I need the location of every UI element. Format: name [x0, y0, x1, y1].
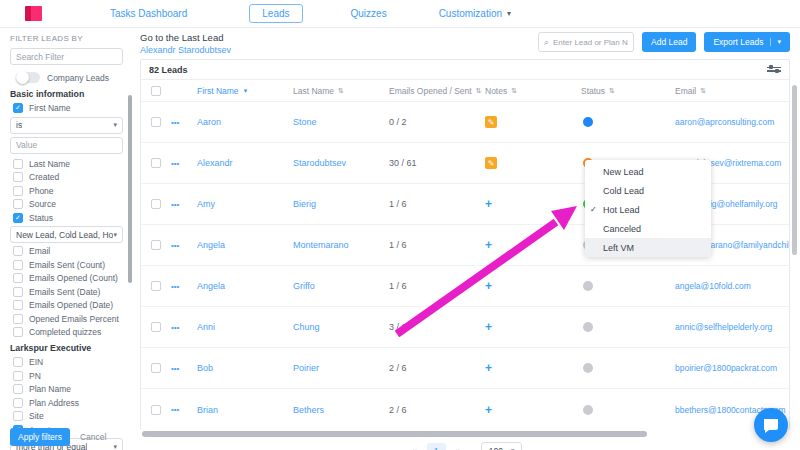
company-leads-toggle[interactable]	[16, 72, 40, 83]
filter-emails-opened-date[interactable]: Emails Opened (Date)	[13, 300, 125, 310]
tab-quizzes[interactable]: Quizzes	[351, 8, 387, 19]
row-menu-icon[interactable]: •••	[171, 200, 197, 209]
status-option-left-vm[interactable]: Left VM	[585, 238, 711, 257]
lead-first-name[interactable]: Alexandr	[197, 158, 293, 168]
filter-last-name[interactable]: Last Name	[13, 159, 125, 169]
row-checkbox[interactable]	[151, 363, 161, 373]
lead-last-name[interactable]: Montemarano	[293, 240, 389, 250]
status-filter-select[interactable]: New Lead, Cold Lead, Hot Lead, ... ▾	[10, 226, 123, 243]
app-logo[interactable]	[25, 6, 42, 21]
note-edit-icon[interactable]: ✎	[485, 157, 497, 169]
filter-plan-address[interactable]: Plan Address	[13, 398, 125, 408]
row-menu-icon[interactable]: •••	[171, 241, 197, 250]
note-add-icon[interactable]: +	[485, 361, 581, 375]
lead-last-name[interactable]: Chung	[293, 322, 389, 332]
checkbox-icon[interactable]	[13, 246, 23, 256]
checkbox-icon[interactable]	[13, 186, 23, 196]
lead-first-name[interactable]: Angela	[197, 281, 293, 291]
filter-pn[interactable]: PN	[13, 371, 125, 381]
checkbox-icon[interactable]	[13, 287, 23, 297]
filter-source[interactable]: Source	[13, 199, 125, 209]
page-number-button[interactable]: 1	[427, 443, 446, 450]
column-notes[interactable]: Notes ⇅	[485, 86, 581, 96]
checkbox-icon[interactable]	[13, 411, 23, 421]
checkbox-icon[interactable]	[13, 398, 23, 408]
checkbox-icon[interactable]	[13, 159, 23, 169]
filter-email[interactable]: Email	[13, 246, 125, 256]
checkbox-icon[interactable]	[13, 260, 23, 270]
column-emails-opened-sent[interactable]: Emails Opened / Sent ⇅	[389, 86, 485, 96]
row-checkbox[interactable]	[151, 281, 161, 291]
status-dot[interactable]	[583, 363, 593, 373]
filter-site[interactable]: Site	[13, 411, 125, 421]
column-email[interactable]: Email ⇅	[675, 86, 789, 96]
lead-last-name[interactable]: Starodubtsev	[293, 158, 389, 168]
search-filter-input[interactable]	[10, 48, 123, 65]
filter-plan-name[interactable]: Plan Name	[13, 384, 125, 394]
checkbox-icon[interactable]	[13, 172, 23, 182]
note-add-icon[interactable]: +	[485, 403, 581, 417]
cancel-filters-button[interactable]: Cancel	[80, 432, 106, 442]
filter-created[interactable]: Created	[13, 172, 125, 182]
status-dot[interactable]	[583, 117, 593, 127]
note-add-icon[interactable]: +	[485, 197, 581, 211]
status-option-cold-lead[interactable]: Cold Lead	[585, 181, 711, 200]
lead-last-name[interactable]: Stone	[293, 117, 389, 127]
lead-first-name[interactable]: Brian	[197, 405, 293, 415]
first-name-operator-select[interactable]: is ▾	[10, 117, 123, 134]
table-horizontal-scrollbar[interactable]	[140, 431, 790, 437]
row-checkbox[interactable]	[151, 117, 161, 127]
filter-status[interactable]: Status	[13, 213, 125, 223]
tab-customization[interactable]: Customization ▾	[439, 8, 511, 19]
filter-emails-sent-date[interactable]: Emails Sent (Date)	[13, 287, 125, 297]
lead-search-input[interactable]	[553, 38, 628, 47]
row-menu-icon[interactable]: •••	[171, 159, 197, 168]
checkbox-icon[interactable]	[13, 314, 23, 324]
row-menu-icon[interactable]: •••	[171, 405, 197, 414]
status-option-canceled[interactable]: Canceled	[585, 219, 711, 238]
checkbox-icon[interactable]	[13, 384, 23, 394]
status-dot[interactable]	[583, 281, 593, 291]
filter-completed-quizzes[interactable]: Completed quizzes	[13, 327, 125, 337]
filter-first-name[interactable]: First Name	[13, 103, 125, 113]
row-checkbox[interactable]	[151, 405, 161, 415]
filter-phone[interactable]: Phone	[13, 186, 125, 196]
row-menu-icon[interactable]: •••	[171, 323, 197, 332]
checkbox-icon[interactable]	[13, 300, 23, 310]
prev-page-button[interactable]: «	[408, 444, 421, 450]
row-checkbox[interactable]	[151, 158, 161, 168]
lead-email[interactable]: aaron@aprconsulting.com	[675, 117, 789, 127]
page-scrollbar[interactable]	[792, 85, 797, 255]
status-dot[interactable]	[583, 322, 593, 332]
filter-opened-emails-percent[interactable]: Opened Emails Percent	[13, 314, 125, 324]
lead-last-name[interactable]: Griffo	[293, 281, 389, 291]
checkbox-icon[interactable]	[13, 273, 23, 283]
checkbox-icon[interactable]	[13, 103, 23, 113]
column-settings-icon[interactable]	[767, 65, 781, 75]
lead-email[interactable]: bpoirier@1800packrat.com	[675, 363, 789, 373]
row-checkbox[interactable]	[151, 322, 161, 332]
first-name-value-input[interactable]	[10, 137, 123, 154]
tab-tasks-dashboard[interactable]: Tasks Dashboard	[110, 8, 187, 19]
select-all-checkbox[interactable]	[151, 86, 161, 96]
checkbox-icon[interactable]	[13, 213, 23, 223]
lead-first-name[interactable]: Bob	[197, 363, 293, 373]
filter-emails-sent-count[interactable]: Emails Sent (Count)	[13, 260, 125, 270]
column-first-name[interactable]: First Name ▼	[197, 86, 293, 96]
row-menu-icon[interactable]: •••	[171, 282, 197, 291]
lead-email[interactable]: annic@selfhelpelderly.org	[675, 322, 789, 332]
next-page-button[interactable]: »	[452, 444, 465, 450]
row-checkbox[interactable]	[151, 240, 161, 250]
filter-ein[interactable]: EIN	[13, 357, 125, 367]
chat-widget-button[interactable]	[754, 408, 788, 442]
lead-first-name[interactable]: Anni	[197, 322, 293, 332]
export-leads-button[interactable]: Export Leads ▾	[704, 32, 790, 52]
last-lead-link[interactable]: Alexandr Starodubtsev	[140, 45, 231, 55]
row-checkbox[interactable]	[151, 199, 161, 209]
note-add-icon[interactable]: +	[485, 279, 581, 293]
status-option-new-lead[interactable]: New Lead	[585, 162, 711, 181]
lead-last-name[interactable]: Bierig	[293, 199, 389, 209]
column-status[interactable]: Status ⇅	[581, 86, 675, 96]
status-dot[interactable]	[583, 405, 593, 415]
filter-emails-opened-count[interactable]: Emails Opened (Count)	[13, 273, 125, 283]
